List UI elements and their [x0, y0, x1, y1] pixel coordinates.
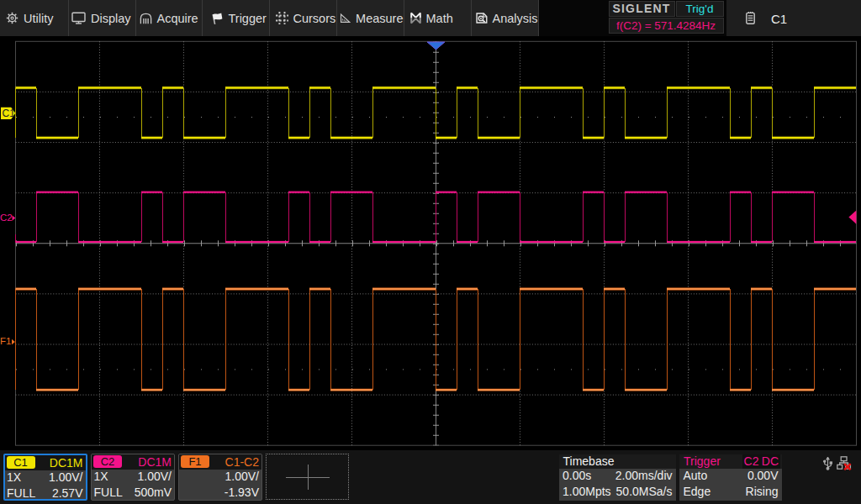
svg-text:C1: C1: [3, 108, 16, 119]
svg-text:F1: F1: [0, 336, 11, 346]
svg-text:C2: C2: [0, 213, 13, 223]
